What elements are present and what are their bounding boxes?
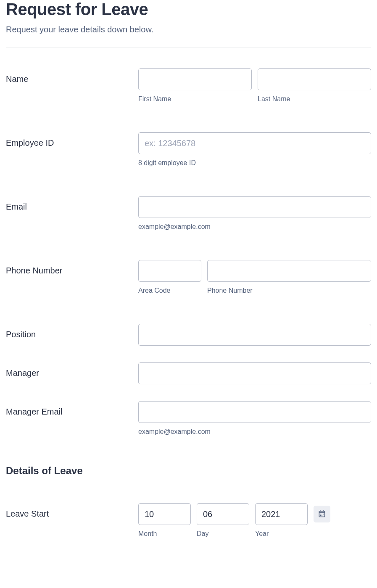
area-code-input[interactable] bbox=[138, 260, 201, 282]
email-sublabel: example@example.com bbox=[138, 223, 371, 231]
manager-email-label: Manager Email bbox=[6, 407, 63, 416]
manager-label: Manager bbox=[6, 368, 39, 378]
email-label: Email bbox=[6, 202, 27, 211]
first-name-sublabel: First Name bbox=[138, 95, 252, 103]
calendar-button[interactable] bbox=[314, 506, 330, 522]
manager-email-input[interactable] bbox=[138, 401, 371, 423]
manager-input[interactable] bbox=[138, 362, 371, 384]
position-row: Position bbox=[6, 324, 371, 346]
leave-start-month-sublabel: Month bbox=[138, 530, 191, 538]
form-header: Request for Leave Request your leave det… bbox=[6, 0, 371, 47]
leave-start-row: Leave Start Month Day Year bbox=[6, 503, 371, 538]
phone-number-sublabel: Phone Number bbox=[207, 287, 371, 294]
leave-start-day-input[interactable] bbox=[197, 503, 249, 525]
position-label: Position bbox=[6, 330, 36, 339]
leave-start-day-sublabel: Day bbox=[197, 530, 249, 538]
manager-email-sublabel: example@example.com bbox=[138, 428, 371, 436]
leave-start-year-sublabel: Year bbox=[255, 530, 308, 538]
phone-row: Phone Number Area Code Phone Number bbox=[6, 260, 371, 294]
details-section-header: Details of Leave bbox=[6, 465, 371, 482]
employee-id-label: Employee ID bbox=[6, 138, 54, 147]
page-subtitle: Request your leave details down below. bbox=[6, 25, 371, 34]
leave-start-month-input[interactable] bbox=[138, 503, 191, 525]
employee-id-sublabel: 8 digit employee ID bbox=[138, 159, 371, 167]
employee-id-input[interactable] bbox=[138, 132, 371, 154]
name-row: Name First Name Last Name bbox=[6, 68, 371, 103]
email-input[interactable] bbox=[138, 196, 371, 218]
leave-start-year-input[interactable] bbox=[255, 503, 308, 525]
page-title: Request for Leave bbox=[6, 0, 371, 19]
phone-number-input[interactable] bbox=[207, 260, 371, 282]
calendar-icon bbox=[318, 509, 326, 519]
manager-row: Manager bbox=[6, 362, 371, 384]
details-section-title: Details of Leave bbox=[6, 465, 371, 477]
name-label: Name bbox=[6, 74, 28, 84]
position-input[interactable] bbox=[138, 324, 371, 346]
first-name-input[interactable] bbox=[138, 68, 252, 90]
leave-start-label: Leave Start bbox=[6, 509, 49, 518]
employee-id-row: Employee ID 8 digit employee ID bbox=[6, 132, 371, 167]
manager-email-row: Manager Email example@example.com bbox=[6, 401, 371, 436]
last-name-input[interactable] bbox=[258, 68, 371, 90]
phone-label: Phone Number bbox=[6, 266, 63, 275]
email-row: Email example@example.com bbox=[6, 196, 371, 231]
last-name-sublabel: Last Name bbox=[258, 95, 371, 103]
area-code-sublabel: Area Code bbox=[138, 287, 201, 294]
